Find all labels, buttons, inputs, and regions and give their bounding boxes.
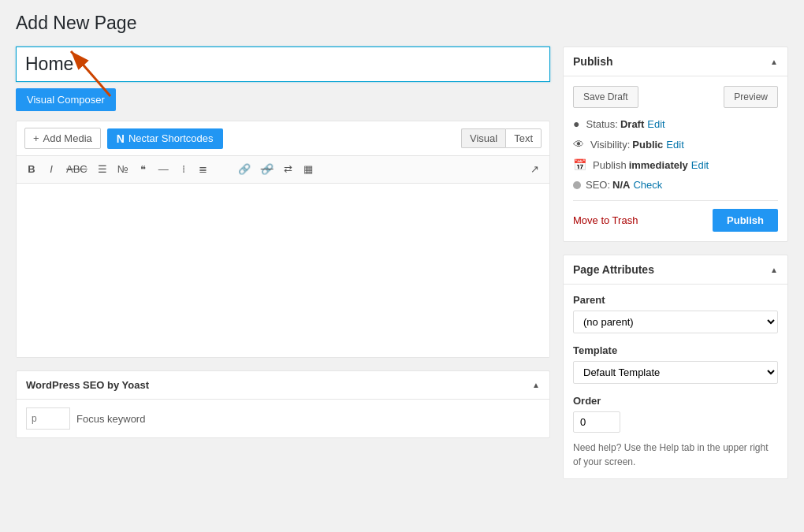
status-row: ● Status: Draft Edit: [573, 117, 778, 130]
bold-button[interactable]: B: [23, 160, 40, 179]
seo-row: SEO: N/A Check: [573, 179, 778, 191]
add-media-label: Add Media: [43, 132, 92, 144]
sidebar: Publish ▲ Save Draft Preview ● Status: D…: [563, 47, 788, 492]
add-media-icon: +: [33, 132, 39, 144]
publish-panel-body: Save Draft Preview ● Status: Draft Edit …: [564, 76, 787, 241]
strikethrough-button[interactable]: ABC: [62, 160, 91, 179]
publish-panel-title: Publish: [573, 55, 613, 68]
publish-time-value: immediately: [629, 159, 688, 171]
page-attributes-body: Parent (no parent) Template Default Temp…: [564, 285, 787, 478]
tab-text[interactable]: Text: [505, 128, 542, 148]
editor-top-toolbar: + Add Media N Nectar Shortcodes Visual T…: [17, 121, 549, 156]
blockquote-button[interactable]: ❝: [135, 160, 152, 179]
parent-label: Parent: [573, 294, 778, 306]
horizontal-rule-button[interactable]: ―: [154, 160, 173, 179]
order-label: Order: [573, 395, 778, 407]
seo-header[interactable]: WordPress SEO by Yoast ▲: [17, 371, 549, 400]
ordered-list-button[interactable]: №: [114, 160, 132, 179]
page-title-input[interactable]: [16, 47, 550, 82]
format-toolbar: B I ABC ☰ № ❝ ― ⁞ ≣ 🔗 🔗 ⇄ ▦ ↗: [17, 156, 549, 184]
move-to-trash-link[interactable]: Move to Trash: [573, 214, 638, 226]
page-attributes-title: Page Attributes: [573, 263, 654, 276]
calendar-icon: 📅: [573, 158, 586, 171]
seo-input[interactable]: [26, 407, 70, 430]
publish-panel: Publish ▲ Save Draft Preview ● Status: D…: [563, 47, 788, 242]
status-label: Status:: [586, 118, 617, 130]
visual-composer-button[interactable]: Visual Composer: [16, 88, 116, 111]
unlink-button[interactable]: 🔗: [257, 160, 277, 179]
align-right-button[interactable]: [214, 160, 232, 179]
status-edit-link[interactable]: Edit: [647, 118, 664, 130]
page-attributes-chevron-icon: ▲: [770, 266, 778, 274]
link-button[interactable]: 🔗: [234, 160, 255, 179]
publish-time-label: Publish: [593, 159, 627, 171]
publish-time-edit-link[interactable]: Edit: [691, 159, 709, 171]
visibility-row: 👁 Visibility: Public Edit: [573, 138, 778, 151]
table-button[interactable]: ▦: [300, 160, 317, 179]
nectar-n-icon: N: [117, 132, 125, 145]
template-label: Template: [573, 344, 778, 356]
parent-select[interactable]: (no parent): [573, 311, 778, 333]
nectar-shortcodes-label: Nectar Shortcodes: [128, 132, 214, 144]
publish-time-row: 📅 Publish immediately Edit: [573, 158, 778, 171]
vc-button-container: Visual Composer: [16, 88, 116, 121]
order-input[interactable]: [573, 411, 620, 433]
publish-button[interactable]: Publish: [713, 209, 778, 232]
page-attributes-header[interactable]: Page Attributes ▲: [564, 255, 787, 285]
seo-check-link[interactable]: Check: [633, 179, 662, 191]
draft-preview-row: Save Draft Preview: [573, 86, 778, 108]
publish-panel-header[interactable]: Publish ▲: [564, 47, 787, 76]
template-select[interactable]: Default Template: [573, 361, 778, 384]
seo-title: WordPress SEO by Yoast: [26, 379, 149, 391]
align-left-button[interactable]: ⁞: [175, 160, 192, 179]
preview-button[interactable]: Preview: [724, 86, 778, 108]
page-attributes-panel: Page Attributes ▲ Parent (no parent) Tem…: [563, 255, 788, 479]
insert-more-button[interactable]: ⇄: [280, 160, 297, 179]
align-center-button[interactable]: ≣: [195, 160, 212, 179]
seo-chevron-icon: ▲: [532, 381, 540, 389]
status-icon: ●: [573, 117, 579, 130]
unordered-list-button[interactable]: ☰: [94, 160, 111, 179]
visibility-edit-link[interactable]: Edit: [666, 139, 683, 151]
visibility-label: Visibility:: [590, 139, 630, 151]
publish-chevron-icon: ▲: [770, 58, 778, 66]
seo-content: Focus keyword: [17, 400, 549, 437]
seo-box: WordPress SEO by Yoast ▲ Focus keyword: [16, 370, 550, 438]
status-value: Draft: [620, 118, 644, 130]
page-title: Add New Page: [16, 13, 788, 34]
seo-row-label: SEO:: [586, 179, 610, 191]
fullscreen-button[interactable]: ↗: [526, 160, 543, 179]
publish-actions: Move to Trash Publish: [573, 200, 778, 232]
seo-row-value: N/A: [612, 179, 630, 191]
seo-hint-label: Focus keyword: [76, 413, 145, 425]
seo-status-dot: [573, 181, 581, 189]
editor-box: + Add Media N Nectar Shortcodes Visual T…: [16, 121, 550, 358]
tab-visual[interactable]: Visual: [461, 128, 505, 148]
italic-button[interactable]: I: [43, 160, 60, 179]
help-text: Need help? Use the Help tab in the upper…: [573, 441, 778, 469]
visibility-icon: 👁: [573, 138, 584, 151]
main-area: Visual Composer + Add Me: [16, 47, 550, 438]
editor-content[interactable]: [17, 184, 549, 357]
visibility-value: Public: [632, 139, 663, 151]
view-tabs: Visual Text: [461, 128, 542, 148]
nectar-shortcodes-button[interactable]: N Nectar Shortcodes: [107, 128, 223, 149]
add-media-button[interactable]: + Add Media: [24, 128, 101, 149]
save-draft-button[interactable]: Save Draft: [573, 86, 638, 108]
